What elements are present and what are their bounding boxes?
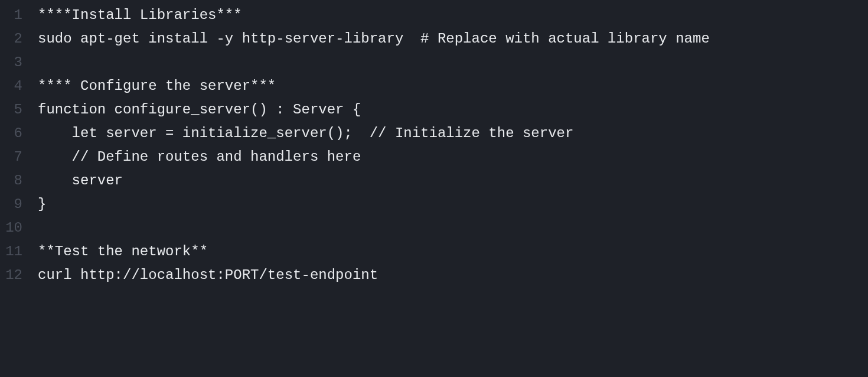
line-number: 12 bbox=[0, 264, 22, 287]
line-number: 6 bbox=[0, 122, 22, 145]
line-number: 1 bbox=[0, 4, 22, 27]
code-line[interactable] bbox=[38, 216, 868, 240]
code-line[interactable]: **Test the network** bbox=[38, 240, 868, 264]
line-number: 8 bbox=[0, 169, 22, 193]
code-line[interactable]: server bbox=[38, 169, 868, 193]
line-number: 2 bbox=[0, 27, 22, 51]
code-line[interactable]: function configure_server() : Server { bbox=[38, 98, 868, 122]
line-number: 3 bbox=[0, 51, 22, 74]
code-line[interactable]: } bbox=[38, 193, 868, 216]
code-line[interactable]: let server = initialize_server(); // Ini… bbox=[38, 122, 868, 145]
line-number: 7 bbox=[0, 145, 22, 169]
code-line[interactable] bbox=[38, 51, 868, 74]
line-number: 5 bbox=[0, 98, 22, 122]
code-content[interactable]: ****Install Libraries*** sudo apt-get in… bbox=[28, 4, 868, 377]
code-editor[interactable]: 1 2 3 4 5 6 7 8 9 10 11 12 ****Install L… bbox=[0, 4, 868, 377]
code-line[interactable]: ****Install Libraries*** bbox=[38, 4, 868, 27]
code-line[interactable]: sudo apt-get install -y http-server-libr… bbox=[38, 27, 868, 51]
line-number: 10 bbox=[0, 216, 22, 240]
line-number: 4 bbox=[0, 74, 22, 98]
code-line[interactable]: **** Configure the server*** bbox=[38, 74, 868, 98]
line-number: 11 bbox=[0, 240, 22, 264]
code-line[interactable]: curl http://localhost:PORT/test-endpoint bbox=[38, 264, 868, 287]
line-number: 9 bbox=[0, 193, 22, 216]
line-number-gutter: 1 2 3 4 5 6 7 8 9 10 11 12 bbox=[0, 4, 28, 377]
code-line[interactable]: // Define routes and handlers here bbox=[38, 145, 868, 169]
